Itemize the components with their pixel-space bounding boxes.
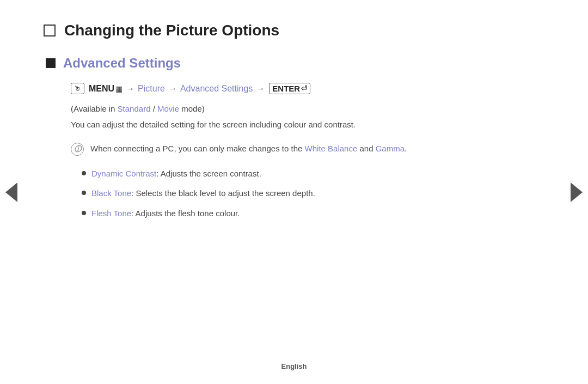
note-text: When connecting a PC, you can only make …: [90, 142, 407, 155]
nav-arrow-left[interactable]: [5, 182, 17, 202]
menu-icon-box: 🖰: [71, 83, 84, 94]
bullet-desc-3: : Adjusts the flesh tone colour.: [131, 209, 240, 218]
bullet-dot: [82, 191, 86, 195]
checkbox-icon: [44, 25, 56, 36]
standard-link: Standard: [118, 104, 151, 113]
black-square-icon: [46, 58, 56, 68]
note-text-middle: and: [357, 144, 375, 153]
menu-link-picture: Picture: [138, 84, 165, 94]
slash-text: /: [151, 104, 158, 113]
list-item: Flesh Tone: Adjusts the flesh tone colou…: [82, 208, 544, 220]
list-item: Dynamic Contrast: Adjusts the screen con…: [82, 168, 544, 180]
arrow1: →: [126, 84, 134, 94]
note-link-whitebalance: White Balance: [305, 144, 358, 153]
section-heading-text: Advanced Settings: [63, 56, 181, 71]
enter-label: ENTER: [272, 84, 300, 93]
available-line: (Available in Standard / Movie mode): [71, 104, 544, 113]
bullet-item-text: Dynamic Contrast: Adjusts the screen con…: [91, 168, 261, 180]
menu-path: 🖰 MENU ▦ → Picture → Advanced Settings →…: [71, 83, 544, 94]
available-text: (Available in: [71, 104, 118, 113]
bullet-label-2: Black Tone: [91, 188, 131, 198]
menu-grid-symbol: ▦: [115, 84, 122, 93]
movie-link: Movie: [157, 104, 179, 113]
menu-label: MENU: [89, 84, 114, 94]
main-title-row: Changing the Picture Options: [44, 22, 544, 39]
bullet-desc-1: : Adjusts the screen contrast.: [156, 169, 261, 178]
note-link-gamma: Gamma: [376, 144, 405, 153]
main-title-text: Changing the Picture Options: [64, 22, 279, 39]
footer: English: [0, 362, 588, 370]
bullet-item-text: Black Tone: Selects the black level to a…: [91, 187, 315, 200]
note-text-after: .: [405, 144, 407, 153]
bullet-dot: [82, 171, 86, 175]
list-item: Black Tone: Selects the black level to a…: [82, 187, 544, 200]
footer-text: English: [281, 362, 307, 370]
arrow2: →: [168, 84, 177, 94]
menu-link-advanced: Advanced Settings: [180, 84, 253, 94]
note-block: ⓘ When connecting a PC, you can only mak…: [71, 142, 544, 156]
bullet-label-3: Flesh Tone: [91, 209, 131, 218]
arrow3: →: [256, 84, 265, 94]
bullet-label-1: Dynamic Contrast: [91, 169, 156, 178]
menu-icon-symbol: 🖰: [74, 84, 81, 93]
bullet-item-text: Flesh Tone: Adjusts the flesh tone colou…: [91, 208, 240, 220]
note-text-before: When connecting a PC, you can only make …: [90, 144, 305, 153]
bullet-desc-2: : Selects the black level to adjust the …: [131, 188, 315, 198]
bullet-dot: [82, 211, 86, 215]
bullet-list: Dynamic Contrast: Adjusts the screen con…: [82, 168, 544, 220]
note-icon: ⓘ: [71, 143, 84, 156]
page-container: Changing the Picture Options Advanced Se…: [0, 0, 588, 384]
enter-box: ENTER ⏎: [269, 83, 310, 94]
enter-arrow-symbol: ⏎: [301, 84, 307, 93]
section-heading-row: Advanced Settings: [46, 56, 544, 71]
mode-text: mode): [179, 104, 205, 113]
nav-arrow-right[interactable]: [571, 182, 583, 202]
description-line: You can adjust the detailed setting for …: [71, 119, 544, 131]
